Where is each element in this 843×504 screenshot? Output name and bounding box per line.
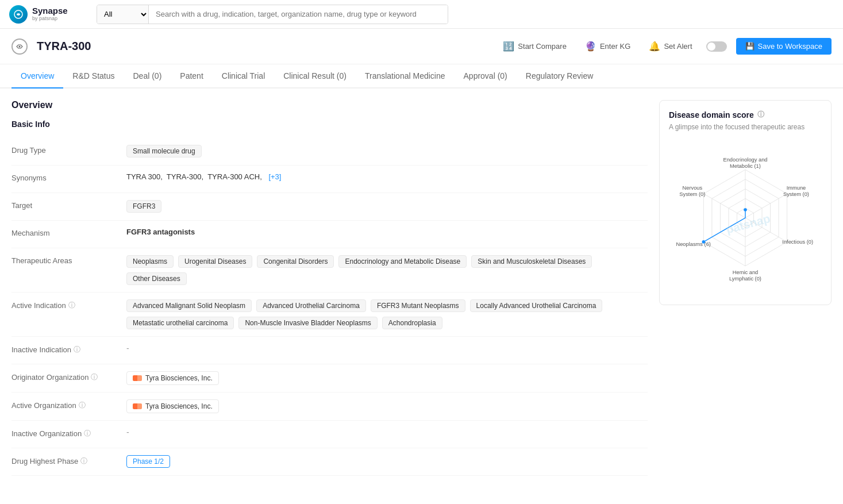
- target-tag[interactable]: FGFR3: [126, 200, 161, 213]
- tab-translational-medicine[interactable]: Translational Medicine: [356, 64, 455, 89]
- radar-label-nervous-2: System (0): [679, 191, 705, 197]
- active-indication-row: Active Indication ⓘ Advanced Malignant S…: [11, 293, 648, 337]
- panel-subtitle: A glimpse into the focused therapeutic a…: [669, 123, 822, 131]
- inactive-indication-value: -: [126, 344, 648, 353]
- mechanism-label: Mechanism: [11, 228, 126, 237]
- radar-label-hemic-2: Lymphatic (0): [729, 276, 761, 282]
- drug-type-row: Drug Type Small molecule drug: [11, 138, 648, 166]
- ai-locally-advanced[interactable]: Locally Advanced Urothelial Carcinoma: [470, 299, 603, 312]
- ta-skin[interactable]: Skin and Musculoskeletal Diseases: [471, 255, 592, 268]
- ta-endocrinology[interactable]: Endocrinology and Metabolic Disease: [338, 255, 467, 268]
- enter-kg-button[interactable]: 🔮 Enter KG: [580, 39, 635, 54]
- originator-org-tag[interactable]: Tyra Biosciences, Inc.: [126, 371, 219, 385]
- alert-icon: 🔔: [649, 41, 660, 52]
- active-indication-info-icon[interactable]: ⓘ: [68, 301, 75, 310]
- tab-deal[interactable]: Deal (0): [124, 64, 171, 89]
- synonyms-more[interactable]: [+3]: [268, 172, 281, 181]
- active-org-tag[interactable]: Tyra Biosciences, Inc.: [126, 399, 219, 413]
- save-workspace-button[interactable]: 💾 Save to Workspace: [736, 38, 832, 55]
- target-value: FGFR3: [126, 200, 648, 213]
- synonyms-value: TYRA 300, TYRA-300, TYRA-300 ACH, [+3]: [126, 172, 648, 181]
- radar-label-hemic: Hemic and: [733, 270, 758, 275]
- drug-highest-phase-label: Drug Highest Phase ⓘ: [11, 455, 126, 466]
- tab-bar: Overview R&D Status Deal (0) Patent Clin…: [0, 64, 843, 89]
- originator-org-row: Originator Organization ⓘ Tyra Bioscienc…: [11, 364, 648, 393]
- tab-overview[interactable]: Overview: [11, 64, 63, 89]
- inactive-org-label: Inactive Organization ⓘ: [11, 428, 126, 438]
- drug-type-tag: Small molecule drug: [126, 145, 202, 157]
- mechanism-value: FGFR3 antagonists: [126, 228, 648, 236]
- radar-label-nervous: Nervous: [683, 185, 703, 191]
- ta-urogenital[interactable]: Urogenital Diseases: [178, 255, 252, 268]
- active-org-label: Active Organization ⓘ: [11, 399, 126, 410]
- inactive-indication-label: Inactive Indication ⓘ: [11, 344, 126, 355]
- phase-info-icon[interactable]: ⓘ: [80, 456, 87, 466]
- active-org-info-icon[interactable]: ⓘ: [79, 401, 86, 410]
- search-filter-select[interactable]: All Drug Target: [97, 5, 149, 24]
- ai-non-muscle[interactable]: Non-Muscle Invasive Bladder Neoplasms: [238, 317, 377, 329]
- synonym-1: TYRA 300, TYRA-300, TYRA-300 ACH,: [126, 172, 264, 181]
- mechanism-text: FGFR3 antagonists: [126, 228, 195, 236]
- originator-org-label: Originator Organization ⓘ: [11, 371, 126, 382]
- drug-actions: 🔢 Start Compare 🔮 Enter KG 🔔 Set Alert 💾…: [498, 38, 832, 55]
- radar-label-endocrinology-2: Metabolic (1): [730, 163, 761, 169]
- overview-section-title: Overview: [11, 100, 648, 110]
- therapeutic-areas-row: Therapeutic Areas Neoplasms Urogenital D…: [11, 248, 648, 293]
- tab-approval[interactable]: Approval (0): [455, 64, 517, 89]
- inactive-org-row: Inactive Organization ⓘ -: [11, 421, 648, 448]
- drug-header: TYRA-300 🔢 Start Compare 🔮 Enter KG 🔔 Se…: [0, 29, 843, 64]
- drug-highest-phase-row: Drug Highest Phase ⓘ Phase 1/2: [11, 448, 648, 476]
- ta-neoplasms[interactable]: Neoplasms: [126, 255, 174, 268]
- drug-type-label: Drug Type: [11, 145, 126, 155]
- drug-title: TYRA-300: [37, 40, 489, 53]
- tab-patent[interactable]: Patent: [171, 64, 212, 89]
- org-logo: [133, 375, 142, 381]
- ai-advanced-urothelial[interactable]: Advanced Urothelial Carcinoma: [256, 299, 366, 312]
- radar-label-infectious: Infectious (0): [782, 239, 813, 245]
- alert-toggle[interactable]: [706, 41, 727, 52]
- active-org-row: Active Organization ⓘ Tyra Biosciences, …: [11, 393, 648, 421]
- watermark: patsnap: [725, 211, 772, 236]
- disease-domain-panel: Disease domain score ⓘ A glimpse into th…: [659, 100, 832, 305]
- inactive-indication-info-icon[interactable]: ⓘ: [74, 345, 80, 355]
- radar-label-immune-2: System (0): [783, 191, 809, 197]
- ai-achondroplasia[interactable]: Achondroplasia: [382, 317, 442, 329]
- tab-rd-status[interactable]: R&D Status: [63, 64, 124, 89]
- content-area: Overview Basic Info Drug Type Small mole…: [0, 89, 843, 487]
- inactive-org-value: -: [126, 428, 648, 437]
- radar-label-neoplasms: Neoplasms (6): [676, 241, 710, 247]
- ta-congenital[interactable]: Congenital Disorders: [257, 255, 334, 268]
- search-bar[interactable]: All Drug Target: [97, 5, 448, 24]
- ai-fgfr3-mutant[interactable]: FGFR3 Mutant Neoplasms: [371, 299, 465, 312]
- active-indication-value: Advanced Malignant Solid Neoplasm Advanc…: [126, 299, 648, 329]
- search-input[interactable]: [149, 5, 448, 24]
- start-compare-button[interactable]: 🔢 Start Compare: [498, 39, 571, 54]
- radar-chart: .radar-grid { fill: none; stroke: #ddd; …: [669, 140, 822, 295]
- tab-clinical-result[interactable]: Clinical Result (0): [274, 64, 356, 89]
- tab-regulatory-review[interactable]: Regulatory Review: [517, 64, 603, 89]
- tab-clinical-trial[interactable]: Clinical Trial: [213, 64, 274, 89]
- ta-other[interactable]: Other Diseases: [126, 272, 187, 285]
- panel-info-icon[interactable]: ⓘ: [757, 110, 764, 120]
- inactive-indication-row: Inactive Indication ⓘ -: [11, 337, 648, 364]
- drug-highest-phase-value: Phase 1/2: [126, 455, 648, 468]
- therapeutic-areas-value: Neoplasms Urogenital Diseases Congenital…: [126, 255, 648, 285]
- target-row: Target FGFR3: [11, 193, 648, 221]
- basic-info-title: Basic Info: [11, 120, 648, 129]
- radar-label-immune: Immune: [787, 185, 806, 191]
- logo: Synapse by patsnap: [9, 5, 90, 24]
- svg-point-1: [19, 45, 21, 47]
- originator-org-value: Tyra Biosciences, Inc.: [126, 371, 648, 385]
- originator-org-info-icon[interactable]: ⓘ: [91, 372, 98, 382]
- set-alert-button[interactable]: 🔔 Set Alert: [644, 39, 696, 54]
- svg-line-12: [703, 194, 745, 218]
- drug-type-value: Small molecule drug: [126, 145, 648, 157]
- ai-metastatic[interactable]: Metastatic urothelial carcinoma: [126, 317, 234, 329]
- ai-advanced-solid[interactable]: Advanced Malignant Solid Neoplasm: [126, 299, 252, 312]
- toggle-knob: [707, 43, 715, 51]
- app-header: Synapse by patsnap All Drug Target: [0, 0, 843, 29]
- panel-title: Disease domain score ⓘ: [669, 110, 822, 120]
- inactive-org-info-icon[interactable]: ⓘ: [84, 429, 91, 438]
- phase-tag: Phase 1/2: [126, 455, 170, 468]
- kg-icon: 🔮: [585, 41, 596, 52]
